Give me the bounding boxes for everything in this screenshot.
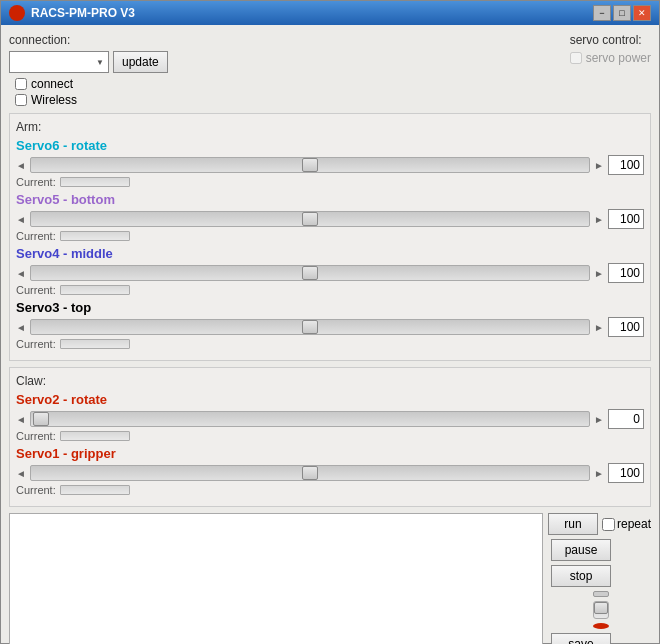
servo5-slider[interactable] bbox=[30, 211, 590, 227]
servo6-name: Servo6 - rotate bbox=[16, 138, 644, 153]
update-button[interactable]: update bbox=[113, 51, 168, 73]
servo-control-label: servo control: bbox=[570, 33, 651, 47]
servo4-current-label: Current: bbox=[16, 284, 56, 296]
repeat-label: repeat bbox=[617, 517, 651, 531]
connection-label: connection: bbox=[9, 33, 168, 47]
servo-power-checkbox[interactable] bbox=[570, 52, 582, 64]
servo6-value: 100 bbox=[608, 155, 644, 175]
arm-section: Arm: Servo6 - rotate ◄ ► 100 Current: bbox=[9, 113, 651, 361]
servo5-left-arrow[interactable]: ◄ bbox=[16, 214, 26, 225]
wireless-checkbox-row: Wireless bbox=[15, 93, 168, 107]
repeat-row: repeat bbox=[602, 517, 651, 531]
title-bar: RACS-PM-PRO V3 − □ ✕ bbox=[1, 1, 659, 25]
connect-checkbox-row: connect bbox=[15, 77, 168, 91]
servo4-left-arrow[interactable]: ◄ bbox=[16, 268, 26, 279]
servo1-current-label: Current: bbox=[16, 484, 56, 496]
servo5-current-label: Current: bbox=[16, 230, 56, 242]
servo6-thumb[interactable] bbox=[302, 158, 318, 172]
servo4-row: Servo4 - middle ◄ ► 100 Current: bbox=[16, 246, 644, 296]
servo1-right-arrow[interactable]: ► bbox=[594, 468, 604, 479]
claw-section: Claw: Servo2 - rotate ◄ ► 0 Current: bbox=[9, 367, 651, 507]
servo1-slider[interactable] bbox=[30, 465, 590, 481]
right-controls: run repeat pause stop save bbox=[551, 513, 651, 644]
servo3-row: Servo3 - top ◄ ► 100 Current: bbox=[16, 300, 644, 350]
connection-panel: connection: ▼ update connect Wire bbox=[9, 33, 168, 107]
servo2-right-arrow[interactable]: ► bbox=[594, 414, 604, 425]
pause-button[interactable]: pause bbox=[551, 539, 611, 561]
app-icon bbox=[9, 5, 25, 21]
servo1-current-bar bbox=[60, 485, 130, 495]
servo2-name: Servo2 - rotate bbox=[16, 392, 644, 407]
chevron-down-icon: ▼ bbox=[96, 58, 104, 67]
connect-checkbox[interactable] bbox=[15, 78, 27, 90]
servo2-value: 0 bbox=[608, 409, 644, 429]
servo1-thumb[interactable] bbox=[302, 466, 318, 480]
servo2-slider[interactable] bbox=[30, 411, 590, 427]
connection-dropdown[interactable]: ▼ bbox=[9, 51, 109, 73]
repeat-checkbox[interactable] bbox=[602, 518, 615, 531]
servo6-slider-row: ◄ ► 100 bbox=[16, 155, 644, 175]
servo1-left-arrow[interactable]: ◄ bbox=[16, 468, 26, 479]
servo6-current-label: Current: bbox=[16, 176, 56, 188]
save-button[interactable]: save bbox=[551, 633, 611, 644]
servo3-name: Servo3 - top bbox=[16, 300, 644, 315]
main-content: connection: ▼ update connect Wire bbox=[1, 25, 659, 644]
servo4-value: 100 bbox=[608, 263, 644, 283]
servo4-thumb[interactable] bbox=[302, 266, 318, 280]
servo6-slider[interactable] bbox=[30, 157, 590, 173]
servo4-right-arrow[interactable]: ► bbox=[594, 268, 604, 279]
arm-label: Arm: bbox=[16, 120, 644, 134]
servo4-name: Servo4 - middle bbox=[16, 246, 644, 261]
connect-label: connect bbox=[31, 77, 73, 91]
restore-button[interactable]: □ bbox=[613, 5, 631, 21]
servo3-left-arrow[interactable]: ◄ bbox=[16, 322, 26, 333]
servo5-right-arrow[interactable]: ► bbox=[594, 214, 604, 225]
checkbox-group: connect Wireless bbox=[15, 77, 168, 107]
servo2-thumb[interactable] bbox=[33, 412, 49, 426]
servo5-slider-row: ◄ ► 100 bbox=[16, 209, 644, 229]
servo1-current-row: Current: bbox=[16, 484, 644, 496]
servo-power-row: servo power bbox=[570, 51, 651, 65]
wireless-checkbox[interactable] bbox=[15, 94, 27, 106]
servo1-row: Servo1 - gripper ◄ ► 100 Current: bbox=[16, 446, 644, 496]
connection-row: ▼ update bbox=[9, 51, 168, 73]
servo3-slider[interactable] bbox=[30, 319, 590, 335]
vertical-slider[interactable] bbox=[593, 601, 609, 619]
servo-power-label: servo power bbox=[586, 51, 651, 65]
servo2-current-row: Current: bbox=[16, 430, 644, 442]
servo6-right-arrow[interactable]: ► bbox=[594, 160, 604, 171]
minimize-button[interactable]: − bbox=[593, 5, 611, 21]
servo3-slider-row: ◄ ► 100 bbox=[16, 317, 644, 337]
vslider-bottom-indicator bbox=[593, 623, 609, 629]
vslider-top-indicator bbox=[593, 591, 609, 597]
run-button[interactable]: run bbox=[548, 513, 598, 535]
servo6-row: Servo6 - rotate ◄ ► 100 Current: bbox=[16, 138, 644, 188]
run-row: run repeat bbox=[551, 513, 651, 535]
servo6-left-arrow[interactable]: ◄ bbox=[16, 160, 26, 171]
vslider-thumb[interactable] bbox=[594, 602, 608, 614]
servo1-slider-row: ◄ ► 100 bbox=[16, 463, 644, 483]
stop-button[interactable]: stop bbox=[551, 565, 611, 587]
servo-control-panel: servo control: servo power bbox=[570, 33, 651, 65]
claw-label: Claw: bbox=[16, 374, 644, 388]
servo5-thumb[interactable] bbox=[302, 212, 318, 226]
servo3-current-row: Current: bbox=[16, 338, 644, 350]
servo3-right-arrow[interactable]: ► bbox=[594, 322, 604, 333]
servo2-current-label: Current: bbox=[16, 430, 56, 442]
servo2-left-arrow[interactable]: ◄ bbox=[16, 414, 26, 425]
servo5-current-row: Current: bbox=[16, 230, 644, 242]
main-window: RACS-PM-PRO V3 − □ ✕ connection: ▼ updat… bbox=[0, 0, 660, 644]
servo5-name: Servo5 - bottom bbox=[16, 192, 644, 207]
vertical-slider-container bbox=[551, 591, 651, 629]
servo4-current-bar bbox=[60, 285, 130, 295]
script-textarea[interactable] bbox=[9, 513, 543, 644]
servo4-slider[interactable] bbox=[30, 265, 590, 281]
servo3-thumb[interactable] bbox=[302, 320, 318, 334]
servo2-row: Servo2 - rotate ◄ ► 0 Current: bbox=[16, 392, 644, 442]
close-button[interactable]: ✕ bbox=[633, 5, 651, 21]
servo1-name: Servo1 - gripper bbox=[16, 446, 644, 461]
servo2-slider-row: ◄ ► 0 bbox=[16, 409, 644, 429]
top-bar: connection: ▼ update connect Wire bbox=[9, 33, 651, 107]
servo6-current-row: Current: bbox=[16, 176, 644, 188]
servo3-current-label: Current: bbox=[16, 338, 56, 350]
